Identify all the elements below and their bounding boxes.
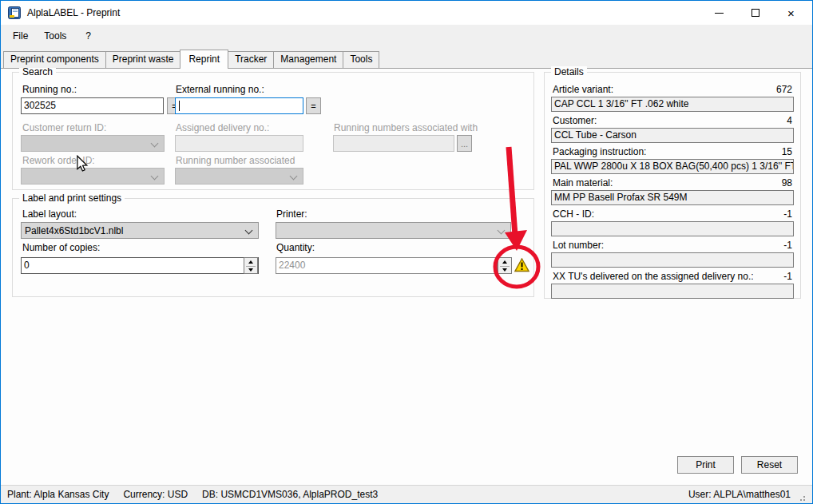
detail-row-customer: Customer: 4 CCL Tube - Carson: [551, 115, 794, 143]
detail-label: Article variant:: [553, 84, 613, 95]
text-caret: [179, 101, 180, 111]
detail-label: XX TU's delivered on the assigned delive…: [553, 271, 754, 282]
label-layout-value: Pallet4x6Std1bcV1.nlbl: [25, 225, 123, 236]
detail-row-main-material: Main material: 98 MM PP Basell Profax SR…: [551, 177, 794, 205]
window-title: AlplaLABEL - Preprint: [27, 7, 120, 18]
details-groupbox: Details Article variant: 672 CAP CCL 1 3…: [544, 72, 801, 299]
detail-row-packaging-instruction: Packaging instruction: 15 PAL WWP 2800u …: [551, 146, 794, 174]
assigned-delivery-no-label: Assigned delivery no.:: [176, 122, 269, 133]
resize-grip[interactable]: [799, 494, 806, 502]
search-legend: Search: [19, 66, 56, 77]
tab-tools[interactable]: Tools: [343, 51, 379, 68]
close-button[interactable]: ×: [773, 1, 809, 25]
rework-order-id-combobox[interactable]: [21, 168, 165, 185]
status-bar: Plant: Alpla Kansas City Currency: USD D…: [1, 485, 812, 503]
running-no-label: Running no.:: [22, 84, 77, 95]
label-print-settings-groupbox: Label and print settings Label layout: P…: [12, 198, 534, 297]
maximize-button[interactable]: [737, 1, 773, 25]
tab-management[interactable]: Management: [273, 51, 343, 68]
print-button[interactable]: Print: [677, 456, 734, 474]
running-number-associated-combobox[interactable]: [175, 168, 303, 185]
details-body: Article variant: 672 CAP CCL 1 3/16'' FT…: [551, 81, 794, 299]
running-numbers-associated-with-input[interactable]: [333, 135, 454, 152]
app-icon: [8, 6, 21, 19]
quantity-spinner[interactable]: [498, 257, 512, 274]
detail-id: -1: [783, 271, 792, 282]
running-numbers-associated-with-label: Running numbers associated with: [334, 122, 478, 133]
label-layout-combobox[interactable]: Pallet4x6Std1bcV1.nlbl: [21, 222, 259, 239]
customer-return-id-combobox[interactable]: [21, 135, 165, 152]
chevron-down-icon: [290, 173, 298, 181]
detail-value: MM PP Basell Profax SR 549M: [551, 190, 794, 205]
status-db: DB: USMCD1VMS036, AlplaPROD_test3: [202, 489, 378, 500]
chevron-down-icon: [151, 173, 159, 181]
chevron-down-icon: [245, 227, 253, 235]
rework-order-id-label: Rework order ID:: [22, 155, 95, 166]
quantity-label: Quantity:: [276, 242, 315, 253]
assigned-delivery-no-input[interactable]: [175, 135, 303, 152]
triangle-up-icon: [502, 260, 507, 264]
triangle-down-icon: [502, 268, 507, 272]
detail-id: 4: [787, 115, 792, 126]
tab-reprint[interactable]: Reprint: [180, 50, 228, 69]
running-numbers-browse-button[interactable]: ...: [457, 135, 472, 152]
spin-up-button[interactable]: [498, 258, 511, 265]
minimize-icon: [715, 13, 724, 14]
menu-file[interactable]: File: [5, 27, 36, 45]
detail-value: PAL WWP 2800u X 18 BOX BAG(50,400 pcs) 1…: [551, 159, 794, 174]
search-groupbox: Search Running no.: 302525 = External ru…: [12, 72, 534, 190]
spin-up-button[interactable]: [244, 258, 257, 265]
spin-down-button[interactable]: [498, 266, 511, 273]
menu-help[interactable]: ?: [79, 27, 97, 45]
detail-value: CAP CCL 1 3/16'' FT .062 white: [551, 97, 794, 112]
detail-label: CCH - ID:: [553, 208, 594, 220]
number-of-copies-label: Number of copies:: [22, 242, 100, 253]
detail-id: 15: [782, 146, 792, 157]
detail-value: CCL Tube - Carson: [551, 128, 794, 143]
detail-row-tus-delivered: XX TU's delivered on the assigned delive…: [551, 271, 794, 299]
reprint-tab-page: Search Running no.: 302525 = External ru…: [1, 68, 812, 485]
detail-label: Packaging instruction:: [553, 146, 646, 157]
tab-preprint-components[interactable]: Preprint components: [3, 51, 106, 68]
external-running-no-equals-button[interactable]: =: [306, 97, 321, 114]
number-of-copies-input[interactable]: 0: [21, 257, 259, 274]
number-of-copies-spinner[interactable]: [244, 257, 258, 274]
tab-tracker[interactable]: Tracker: [228, 51, 274, 68]
menu-bar: File Tools ?: [1, 25, 812, 46]
chevron-down-icon: [151, 140, 159, 148]
quantity-input[interactable]: 22400: [276, 257, 498, 274]
status-user: User: ALPLA\matthes01: [688, 489, 791, 500]
detail-value: [551, 284, 794, 299]
external-running-no-input[interactable]: [175, 97, 303, 114]
application-window: AlplaLABEL - Preprint × File Tools ? Pre…: [0, 0, 813, 504]
reset-button[interactable]: Reset: [741, 456, 798, 474]
running-no-input[interactable]: 302525: [21, 97, 164, 114]
maximize-icon: [752, 9, 759, 17]
printer-label: Printer:: [276, 208, 307, 220]
status-plant: Plant: Alpla Kansas City: [7, 489, 109, 500]
detail-id: -1: [783, 208, 792, 220]
status-currency: Currency: USD: [123, 489, 188, 500]
menu-tools[interactable]: Tools: [36, 27, 74, 45]
detail-id: -1: [783, 240, 792, 251]
detail-row-lot-number: Lot number: -1: [551, 240, 794, 268]
printer-combobox[interactable]: [276, 222, 511, 239]
close-icon: ×: [787, 6, 795, 20]
detail-row-article-variant: Article variant: 672 CAP CCL 1 3/16'' FT…: [551, 84, 794, 112]
tab-preprint-waste[interactable]: Preprint waste: [105, 51, 181, 68]
chevron-down-icon: [498, 227, 506, 235]
details-legend: Details: [551, 66, 587, 77]
label-layout-label: Label layout:: [22, 208, 77, 220]
detail-row-cch-id: CCH - ID: -1: [551, 208, 794, 236]
running-number-associated-label: Running number associated: [176, 155, 295, 166]
triangle-up-icon: [248, 260, 253, 264]
detail-label: Main material:: [553, 177, 613, 189]
spin-down-button[interactable]: [244, 266, 257, 273]
minimize-button[interactable]: [701, 1, 737, 25]
detail-value: [551, 252, 794, 268]
external-running-no-label: External running no.:: [176, 84, 264, 95]
detail-id: 672: [776, 84, 792, 95]
detail-label: Customer:: [553, 115, 597, 126]
warning-triangle-icon: [514, 258, 529, 272]
title-bar[interactable]: AlplaLABEL - Preprint ×: [1, 1, 812, 25]
